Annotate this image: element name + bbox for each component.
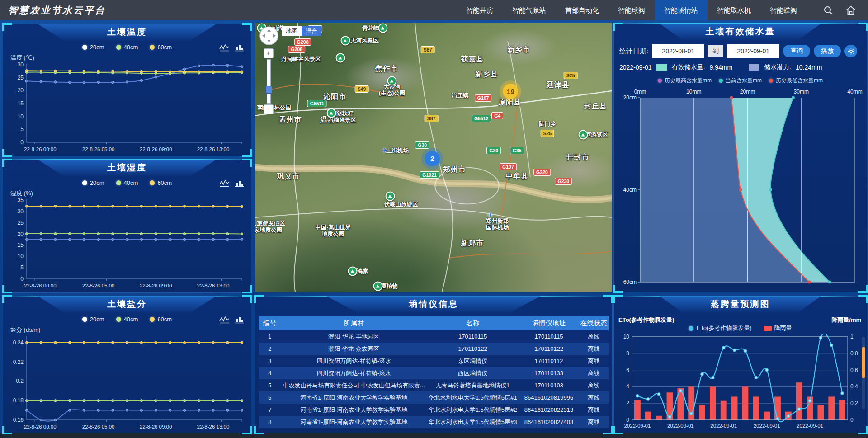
scenic-poi-marker[interactable] — [335, 53, 345, 63]
search-icon[interactable] — [823, 5, 834, 16]
map-label-中牟县: 中牟县 — [505, 172, 528, 180]
panel-header: 土壤湿度 — [38, 160, 217, 177]
svg-text:22-8-26 05:00: 22-8-26 05:00 — [82, 283, 115, 288]
nav-item-3[interactable]: 首部自动化 — [556, 0, 609, 20]
svg-text:22-8-26 00:00: 22-8-26 00:00 — [24, 146, 57, 152]
svg-text:0: 0 — [626, 417, 629, 423]
col-header: 编号 — [259, 316, 281, 330]
station-map[interactable]: + - 地图 混合 焦作市新乡市沁阳市孟州市温县郑州市开封市新乡县延津县封丘县原… — [255, 23, 612, 292]
map-label-青龙峡: 青龙峡 — [362, 24, 379, 31]
scenic-poi-marker[interactable] — [387, 76, 397, 85]
table-cell: 170110133 — [519, 367, 579, 379]
legend-label: 40cm — [124, 179, 138, 186]
zoom-slider-track[interactable] — [267, 59, 271, 104]
table-cell: 170110115 — [427, 330, 519, 343]
map-label-陡门乡: 陡门乡 — [539, 120, 556, 127]
nav-item-6[interactable]: 智能取水机 — [708, 0, 760, 20]
legend-item-eto[interactable]: ETo(参考作物腾发量) — [689, 324, 751, 332]
water-storage-profile-chart: 0mm10mm20mm30mm40mm20cm40cm60cm — [617, 87, 863, 288]
map-label-延津县: 延津县 — [547, 80, 570, 89]
legend-item-60cm[interactable]: 60cm — [150, 44, 172, 51]
settings-button[interactable] — [844, 45, 857, 57]
legend-item-60cm[interactable]: 60cm — [150, 316, 172, 323]
line-chart-toggle-icon[interactable] — [219, 179, 229, 187]
legend-dot — [150, 45, 155, 50]
table-cell: 864161020822313 — [519, 404, 579, 416]
legend-item-40cm[interactable]: 40cm — [116, 179, 138, 186]
panel-title: 墒情仪信息 — [326, 296, 541, 312]
zoom-out-button[interactable]: - — [264, 104, 274, 114]
chart-scrollbar-handle[interactable] — [862, 347, 865, 378]
table-cell: 170110115 — [519, 330, 579, 343]
effective-storage-label: 有效储水量: — [672, 63, 705, 71]
table-cell: 华北水利水电大学1.5代墒情5层#2 — [427, 404, 519, 416]
bar-chart-toggle-icon[interactable] — [235, 179, 245, 187]
scenic-poi-marker[interactable] — [386, 192, 395, 201]
legend-item-60cm[interactable]: 60cm — [150, 179, 172, 186]
moisture-meter-table: 编号所属村名称墒情仪地址在线状态 1濮阳-华龙-丰地园区170110115170… — [259, 316, 609, 428]
legend-item-20cm[interactable]: 20cm — [82, 179, 104, 186]
legend-item-当前含水量mm[interactable]: 当前含水量mm — [719, 77, 762, 85]
zoom-in-button[interactable]: + — [264, 48, 274, 58]
road-badge-G30: G30 — [415, 141, 429, 149]
scenic-poi-marker[interactable] — [326, 108, 336, 118]
map-zoom-control: + - — [264, 48, 274, 114]
table-cell: 无毒马铃薯培育基地墒情仪1 — [427, 379, 519, 391]
map-label-新乡市: 新乡市 — [507, 46, 530, 54]
end-date-input[interactable] — [727, 44, 779, 58]
table-row: 4四川资阳万阔达-祥符镇-滚水西区墒情仪170110133离线 — [259, 367, 609, 379]
home-icon[interactable] — [845, 5, 856, 16]
map-type-map-button[interactable]: 地图 — [282, 26, 302, 36]
legend-item-历史最低含水量mm[interactable]: 历史最低含水量mm — [769, 77, 823, 85]
svg-text:10: 10 — [623, 334, 630, 340]
query-button[interactable]: 查询 — [783, 45, 810, 57]
nav-item-7[interactable]: 智能蝶阀 — [760, 0, 807, 20]
scenic-poi-marker[interactable] — [378, 23, 388, 33]
table-row: 1濮阳-华龙-丰地园区170110115170110115离线 — [259, 330, 609, 343]
svg-text:0.16: 0.16 — [13, 417, 24, 423]
legend-item-历史最高含水量mm[interactable]: 历史最高含水量mm — [658, 77, 712, 85]
road-badge-G1021: G1021 — [420, 171, 439, 179]
bar-chart-toggle-icon[interactable] — [235, 44, 245, 52]
line-chart-toggle-icon[interactable] — [219, 44, 229, 52]
table-cell: 河南省1-原阳-河南农业大学教学实验基地 — [281, 404, 427, 416]
map-label-南山森林公园: 南山森林公园 — [257, 104, 291, 111]
table-cell: 864161020827403 — [519, 416, 579, 428]
nav-item-2[interactable]: 智能气象站 — [503, 0, 556, 20]
legend-item-20cm[interactable]: 20cm — [82, 316, 104, 323]
station-cluster-19[interactable]: 19 — [503, 84, 518, 99]
bar-chart-toggle-icon[interactable] — [235, 316, 245, 324]
table-cell: 离线 — [579, 404, 609, 416]
table-cell: 离线 — [579, 343, 609, 355]
start-date-input[interactable] — [652, 44, 704, 58]
nav-item-1[interactable]: 智能井房 — [457, 0, 503, 20]
legend-item-rain[interactable]: 降雨量 — [764, 324, 792, 332]
scenic-poi-marker[interactable] — [373, 282, 382, 291]
svg-text:30mm: 30mm — [794, 89, 809, 95]
table-cell: 离线 — [579, 355, 609, 367]
scenic-poi-marker[interactable] — [341, 36, 350, 45]
legend-item-20cm[interactable]: 20cm — [82, 44, 104, 51]
map-pan-control[interactable] — [259, 26, 279, 46]
scenic-poi-marker[interactable] — [578, 130, 588, 139]
line-chart-toggle-icon[interactable] — [219, 316, 229, 324]
chart-type-toggles — [219, 44, 245, 52]
road-badge-G35: G35 — [510, 147, 524, 154]
zoom-slider-handle[interactable] — [265, 86, 272, 94]
play-button[interactable]: 播放 — [814, 45, 841, 57]
legend-item-40cm[interactable]: 40cm — [116, 316, 138, 323]
soil-temperature-panel: 土壤温度 20cm40cm60cm 温度 (℃) 05101520253022-… — [3, 24, 251, 156]
road-badge-G208: G208 — [294, 38, 311, 46]
table-header-row: 编号所属村名称墒情仪地址在线状态 — [259, 316, 609, 330]
col-header: 所属村 — [281, 316, 427, 330]
scenic-poi-marker[interactable] — [348, 267, 358, 276]
station-cluster-2[interactable]: 2 — [425, 151, 440, 166]
svg-text:20: 20 — [18, 231, 24, 237]
legend-item-40cm[interactable]: 40cm — [116, 44, 138, 51]
nav-item-5[interactable]: 智能墒情站 — [655, 0, 708, 20]
nav-item-4[interactable]: 智能球阀 — [609, 0, 655, 20]
map-type-hybrid-button[interactable]: 混合 — [302, 26, 321, 36]
svg-text:2022-09-01: 2022-09-01 — [797, 423, 823, 429]
storage-stats-row: 2022-09-01 有效储水量: 9.94mm 储水潜力: 10.24mm — [619, 63, 863, 71]
map-label-沁阳市: 沁阳市 — [323, 93, 346, 101]
